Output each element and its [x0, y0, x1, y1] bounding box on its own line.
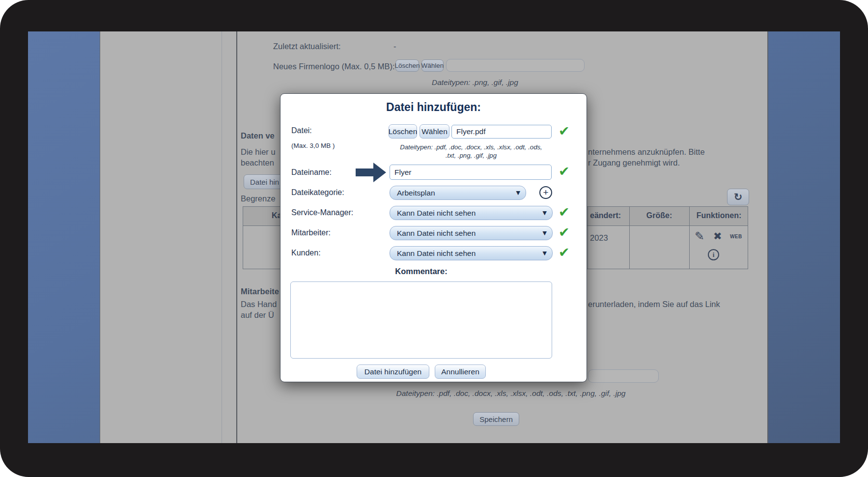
file-delete-button[interactable]: Löschen	[389, 124, 417, 139]
table-header-changed: eändert:	[590, 211, 621, 220]
cancel-button[interactable]: Annullieren	[435, 365, 486, 379]
about-right-line2: r Zugang genehmigt wird.	[588, 158, 680, 168]
last-updated-value: -	[393, 42, 396, 51]
customer-label: Kunden:	[291, 249, 321, 257]
web-link-label[interactable]: WEB	[730, 234, 742, 239]
logo-choose-button[interactable]: Wählen	[421, 59, 444, 72]
caret-down-icon: ▼	[543, 210, 547, 216]
comments-label: Kommentare:	[290, 267, 552, 276]
check-icon: ✔	[559, 245, 570, 260]
content-right-border	[767, 31, 768, 443]
logo-file-input[interactable]	[446, 59, 585, 72]
employee-left-line2: auf der Ü	[241, 310, 274, 320]
check-icon: ✔	[559, 204, 570, 220]
delete-x-icon[interactable]: ✖	[713, 230, 722, 242]
customer-selected-value: Kann Datei nicht sehen	[397, 249, 476, 258]
logo-delete-button[interactable]: Löschen	[395, 59, 419, 72]
file-choose-button[interactable]: Wählen	[420, 124, 449, 139]
sidebar-divider	[222, 31, 222, 443]
filename-input[interactable]	[390, 165, 552, 180]
employee-label: Mitarbeiter:	[291, 228, 331, 237]
save-button[interactable]: Speichern	[473, 412, 519, 426]
category-dropdown[interactable]: Arbeitsplan ▼	[390, 186, 526, 200]
add-file-dialog: Datei hinzufügen: Datei: Löschen Wählen …	[280, 93, 587, 382]
table-row-changed-value: 2023	[590, 233, 608, 243]
refresh-icon: ↻	[734, 191, 743, 203]
bottom-filetypes-note: Dateitypen: .pdf, .doc, .docx, .xls, .xl…	[349, 389, 673, 398]
category-label: Dateikategorie:	[291, 188, 344, 197]
service-manager-label: Service-Manager:	[291, 208, 353, 217]
file-name-display[interactable]	[451, 125, 552, 139]
arrow-right-icon	[356, 163, 386, 182]
filename-label: Dateiname:	[291, 168, 332, 177]
filetypes-note-line1: Dateitypen: .pdf, .doc, .docx, .xls, .xl…	[400, 143, 542, 151]
customer-dropdown[interactable]: Kann Datei nicht sehen ▼	[390, 246, 553, 260]
comments-textarea[interactable]	[290, 281, 552, 359]
logo-filetypes-note: Dateitypen: .png, .gif, .jpg	[432, 78, 518, 87]
max-size-note: (Max. 3,0 MB )	[291, 142, 335, 149]
employee-right-line1: erunterladen, indem Sie auf das Link	[588, 300, 720, 309]
table-header-functions: Funktionen:	[689, 211, 749, 220]
caret-down-icon: ▼	[516, 190, 520, 196]
about-left-line1: Die hier u	[241, 147, 276, 157]
dialog-button-row: Datei hinzufügen Annullieren	[290, 365, 552, 379]
check-icon: ✔	[559, 123, 570, 139]
employee-selected-value: Kann Datei nicht sehen	[397, 229, 476, 238]
info-icon[interactable]: i	[708, 249, 719, 260]
edit-icon[interactable]: ✎	[695, 229, 704, 243]
refresh-button[interactable]: ↻	[727, 189, 749, 205]
category-selected-value: Arbeitsplan	[397, 189, 435, 197]
table-column-divider	[588, 207, 588, 269]
employee-section-heading: Mitarbeite	[241, 287, 279, 296]
caret-down-icon: ▼	[543, 230, 547, 236]
handbook-file-input[interactable]	[588, 369, 659, 383]
employee-dropdown[interactable]: Kann Datei nicht sehen ▼	[390, 226, 553, 240]
data-section-heading: Daten ve	[241, 131, 275, 140]
filetypes-note: Dateitypen: .pdf, .doc, .docx, .xls, .xl…	[390, 143, 553, 160]
about-right-line1: nternehmens anzuknüpfen. Bitte	[588, 147, 705, 157]
screenshot-root: Zuletzt aktualisiert: - Neues Firmenlogo…	[0, 0, 868, 477]
table-header-size: Größe:	[629, 211, 689, 220]
add-category-button[interactable]: +	[539, 186, 552, 199]
last-updated-label: Zuletzt aktualisiert:	[273, 42, 341, 51]
service-manager-dropdown[interactable]: Kann Datei nicht sehen ▼	[390, 206, 553, 220]
dialog-title: Datei hinzufügen:	[280, 101, 587, 114]
new-logo-label: Neues Firmenlogo (Max. 0,5 MB):	[273, 62, 395, 71]
submit-add-file-button[interactable]: Datei hinzufügen	[357, 365, 429, 379]
caret-down-icon: ▼	[543, 250, 547, 256]
check-icon: ✔	[559, 224, 570, 240]
about-left-line2: beachten	[241, 158, 274, 168]
content-left-border	[236, 31, 237, 443]
check-icon: ✔	[559, 164, 570, 179]
employee-left-line1: Das Hand	[241, 300, 277, 309]
file-label: Datei:	[291, 126, 312, 135]
limit-text: Begrenze	[241, 194, 276, 203]
service-manager-selected-value: Kann Datei nicht sehen	[397, 209, 476, 218]
filetypes-note-line2: .txt, .png, .gif, .jpg	[446, 152, 497, 159]
